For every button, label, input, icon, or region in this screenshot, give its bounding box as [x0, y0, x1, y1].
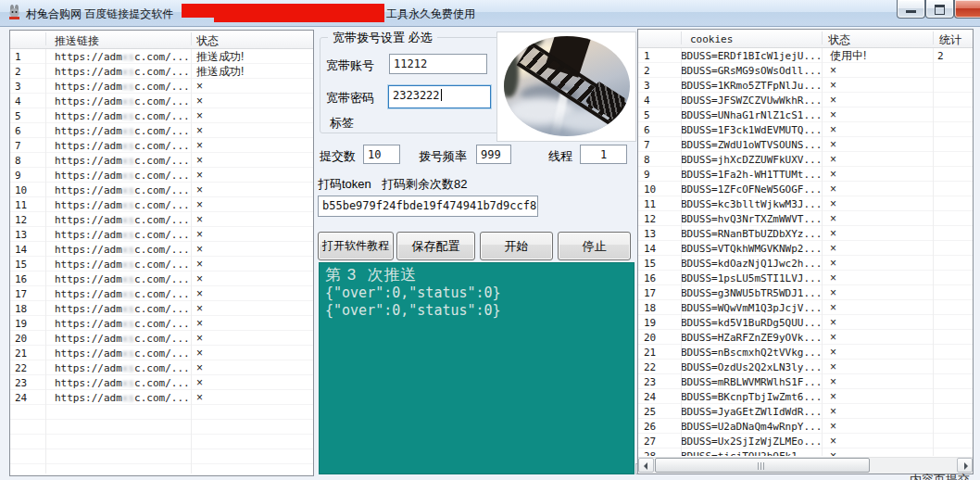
tutorial-button[interactable]: 打开软件教程 [318, 232, 394, 260]
push-link-row[interactable]: 19 https://admxsc.com/... × [10, 316, 313, 331]
push-link-row[interactable]: 6 https://admxsc.com/... × [10, 123, 313, 138]
push-link-cell: https://admxsc.com/... [45, 81, 191, 93]
column-header-status[interactable]: 状态 [196, 33, 219, 49]
cookie-row[interactable]: 12 BDUSS=hvQ3NrTXZmWWVT... × [638, 211, 973, 226]
password-input[interactable]: 2323222 [388, 85, 491, 108]
cookie-row[interactable]: 24 BDUSS=BKcnpTbjIwZmt6... × [638, 389, 973, 404]
cookie-row[interactable]: 25 BDUSS=JyaGEtZWlIdWdR... × [638, 404, 973, 419]
push-link-row[interactable]: 8 https://admxsc.com/... × [10, 153, 313, 168]
cookie-row[interactable]: 11 BDUSS=kc3blltWjkwM3J... × [638, 196, 973, 211]
row-number: 23 [638, 376, 681, 388]
push-link-row[interactable]: 15 https://admxsc.com/... × [10, 257, 313, 272]
cookie-row[interactable]: 17 BDUSS=g3NWU5bTR5WDJ1... × [638, 285, 973, 300]
cookie-row[interactable]: 10 BDUSS=1ZFcOFNeW5GOGF... × [638, 182, 973, 196]
scroll-left-button[interactable] [638, 458, 654, 473]
cookie-row[interactable]: 4 BDUSS=JFSWZCZVUwWkhR... × [638, 93, 973, 107]
push-link-row[interactable]: 18 https://admxsc.com/... × [10, 301, 313, 316]
dial-frequency-input[interactable]: 999 [476, 145, 511, 164]
cookie-status-cell: × [822, 435, 931, 448]
cookie-row[interactable]: 9 BDUSS=1Fa2h-WH1TTUMt... × [638, 167, 973, 182]
scrollbar-thumb[interactable] [655, 458, 870, 473]
cookie-cell: BDUSS=kc3blltWjkwM3J... [681, 198, 822, 210]
close-button[interactable] [954, 0, 980, 19]
push-link-row[interactable]: 14 https://admxsc.com/... × [10, 242, 313, 257]
push-link-row[interactable]: 21 https://admxsc.com/... × [10, 346, 313, 360]
push-link-row[interactable]: 3 https://admxsc.com/... × [10, 79, 313, 94]
cookie-row[interactable]: 15 BDUSS=kdOazNjQ1Jwc2h... × [638, 256, 973, 271]
push-link-row[interactable]: 10 https://admxsc.com/... × [10, 183, 313, 197]
cookie-row[interactable]: 7 BDUSS=ZWdU1oWTVSOUNS... × [638, 137, 973, 152]
push-status-cell: × [191, 376, 203, 389]
cookie-row[interactable]: 20 BDUSS=HZaRFZnZE9yOVk... × [638, 330, 973, 345]
push-link-row[interactable]: 5 https://admxsc.com/... × [10, 108, 313, 123]
cookie-row[interactable]: 8 BDUSS=jhXcDZZUWFkUXV... × [638, 152, 973, 167]
push-link-row[interactable]: 22 https://admxsc.com/... × [10, 360, 313, 375]
cookie-row[interactable]: 5 BDUSS=UNhaG1rNlZ1cS1... × [638, 107, 973, 122]
scrollbar-grip-icon [758, 462, 766, 470]
minimize-button[interactable] [897, 0, 925, 19]
push-link-row[interactable]: 17 https://admxsc.com/... × [10, 286, 313, 301]
row-number: 7 [638, 139, 681, 151]
cookie-cell: BDUSS=1KRmo5ZTFpNlJu... [681, 80, 822, 92]
start-button[interactable]: 开始 [480, 232, 553, 260]
cookie-row[interactable]: 22 BDUSS=OzdUs2Q2xLN3ly... × [638, 360, 973, 374]
captcha-token-input[interactable]: b55be979f24fbde19f474941b7d9ccf8 [318, 196, 538, 217]
header-divider [933, 32, 934, 44]
cookie-row[interactable]: 1 BDUSS=ERDf1BIcW1jejU... 使用中! 2 [638, 48, 973, 63]
push-link-row[interactable]: 2 https://admxsc.com/... 推送成功! [10, 64, 313, 79]
push-link-row[interactable]: 12 https://admxsc.com/... × [10, 212, 313, 227]
cookie-row[interactable]: 6 BDUSS=1F3ck1WdEVMUTQ... × [638, 122, 973, 137]
blurred-url-segment: xs [122, 140, 134, 152]
cookie-status-cell: × [822, 316, 931, 329]
column-header-link[interactable]: 推送链接 [55, 33, 99, 49]
cookie-row[interactable]: 27 BDUSS=Ux2SjIzWjZLMEo... × [638, 434, 973, 448]
stop-button[interactable]: 停止 [558, 232, 631, 260]
blurred-url-segment: xs [122, 392, 134, 404]
cookie-status-cell: × [822, 346, 931, 359]
push-link-row[interactable]: 13 https://admxsc.com/... × [10, 227, 313, 242]
header-divider [822, 32, 823, 44]
push-link-row[interactable]: 16 https://admxsc.com/... × [10, 272, 313, 286]
cookie-status-cell: × [822, 123, 931, 136]
header-divider [191, 32, 192, 45]
row-number: 18 [10, 303, 45, 315]
push-status-cell: × [191, 109, 203, 122]
cookie-row[interactable]: 23 BDUSS=mRBLWVMRWlhS1F... × [638, 374, 973, 389]
push-link-row[interactable]: 11 https://admxsc.com/... × [10, 197, 313, 212]
cookie-row[interactable]: 18 BDUSS=WQwVmM1Q3pJcjV... × [638, 300, 973, 315]
cookie-row[interactable]: 3 BDUSS=1KRmo5ZTFpNlJu... × [638, 78, 973, 93]
titlebar[interactable]: 村兔合购网 百度链接提交软件 工具永久免费使用 [0, 0, 980, 27]
push-link-row[interactable]: 4 https://admxsc.com/... × [10, 94, 313, 108]
captcha-image[interactable] [496, 32, 636, 142]
cookie-row[interactable]: 13 BDUSS=RNanBTbUZDbXYz... × [638, 226, 973, 241]
push-links-body: 1 https://admxsc.com/... 推送成功! 2 https:/… [10, 49, 313, 474]
cookie-row[interactable]: 28 BDUSS=tjcjTQU2bQFk1... × [638, 448, 973, 456]
push-link-row[interactable]: 23 https://admxsc.com/... × [10, 375, 313, 390]
push-link-row[interactable]: 9 https://admxsc.com/... × [10, 168, 313, 183]
push-link-cell: https://admxsc.com/... [45, 184, 191, 196]
cookie-row[interactable]: 14 BDUSS=VTQkhWMGVKNWp2... × [638, 241, 973, 256]
cookie-row[interactable]: 16 BDUSS=1psLU5mSTI1LVJ... × [638, 271, 973, 285]
cookie-cell: BDUSS=nBscmxhQ2tVVkg... [681, 347, 822, 359]
maximize-button[interactable] [925, 0, 954, 19]
cookie-cell: BDUSS=JFSWZCZVUwWkhR... [681, 95, 822, 107]
push-link-row[interactable]: 1 https://admxsc.com/... 推送成功! [10, 49, 313, 64]
push-link-row[interactable]: 24 https://admxsc.com/... × [10, 390, 313, 405]
column-header-status[interactable]: 状态 [828, 32, 850, 48]
column-header-count[interactable]: 统计 [939, 32, 961, 48]
scroll-right-button[interactable] [957, 458, 973, 473]
cookie-row[interactable]: 21 BDUSS=nBscmxhQ2tVVkg... × [638, 345, 973, 360]
push-link-cell: https://admxsc.com/... [45, 244, 191, 256]
row-number: 3 [10, 81, 45, 93]
cookie-row[interactable]: 2 BDUSS=GRsMG9sOWsOdll... × [638, 63, 973, 78]
account-input[interactable]: 11212 [389, 54, 487, 74]
thread-input[interactable]: 1 [580, 145, 627, 164]
push-link-row[interactable]: 7 https://admxsc.com/... × [10, 138, 313, 153]
save-config-button[interactable]: 保存配置 [396, 232, 475, 260]
cookie-row[interactable]: 26 BDUSS=U2aDNaQm4wRnpY... × [638, 419, 973, 434]
cookie-row[interactable]: 19 BDUSS=kd5V1BuRDg5QUU... × [638, 315, 973, 330]
push-link-row[interactable]: 20 https://admxsc.com/... × [10, 331, 313, 346]
cookie-cell: BDUSS=VTQkhWMGVKNWp2... [681, 243, 822, 255]
column-header-cookies[interactable]: cookies [690, 33, 733, 45]
submit-count-input[interactable]: 10 [363, 145, 400, 164]
